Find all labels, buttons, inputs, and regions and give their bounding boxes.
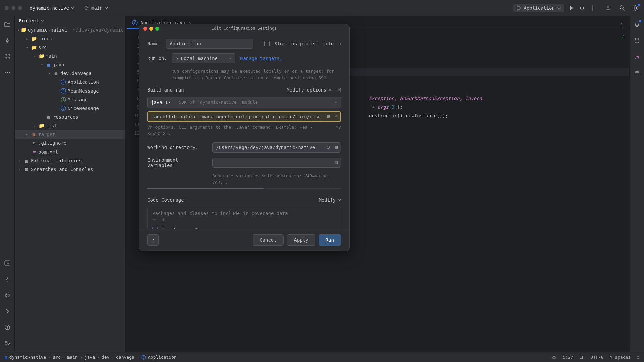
wd-history-icon[interactable]: ▤ bbox=[335, 144, 338, 149]
svg-text:C: C bbox=[62, 80, 64, 84]
breadcrumb-item[interactable]: src bbox=[53, 355, 60, 360]
tree-gitignore[interactable]: ⊘.gitignore bbox=[15, 139, 125, 147]
project-tool-icon[interactable] bbox=[4, 21, 11, 28]
breadcrumb-item[interactable]: dynamic-native bbox=[9, 355, 46, 360]
tree-meanmessage[interactable]: CMeanMessage bbox=[15, 86, 125, 95]
svg-point-36 bbox=[635, 71, 637, 73]
tree-resources[interactable]: ▦resources bbox=[15, 113, 125, 121]
collab-tool-icon[interactable] bbox=[633, 69, 641, 76]
tree-test[interactable]: ▸📁test bbox=[15, 121, 125, 130]
svg-point-11 bbox=[6, 40, 8, 42]
status-lock-icon[interactable] bbox=[552, 355, 556, 360]
project-tree: ▾📁dynamic-native ~/dev/java/dynamic ▸📁.i… bbox=[15, 25, 125, 352]
modify-options[interactable]: Modify options ⌥M bbox=[287, 87, 341, 93]
tree-main[interactable]: ▾📁main bbox=[15, 52, 125, 60]
vcs-branch[interactable]: main bbox=[81, 4, 111, 12]
svg-point-10 bbox=[635, 7, 637, 9]
notifications-icon[interactable] bbox=[633, 21, 641, 28]
svg-point-7 bbox=[592, 9, 593, 10]
env-hint: Separate variables with semicolon: VAR=v… bbox=[212, 173, 341, 186]
tree-message[interactable]: IMessage bbox=[15, 95, 125, 104]
env-edit-icon[interactable]: ▤ bbox=[335, 160, 338, 165]
run-configuration-selector[interactable]: Application bbox=[513, 4, 564, 12]
tree-nicemessage[interactable]: CNiceMessage bbox=[15, 104, 125, 113]
vcs-tool-icon[interactable] bbox=[4, 340, 11, 347]
database-tool-icon[interactable] bbox=[633, 37, 641, 44]
services-tool-icon[interactable] bbox=[4, 276, 11, 283]
svg-rect-15 bbox=[8, 57, 10, 59]
status-read-icon[interactable]: ☐ bbox=[637, 355, 639, 360]
tree-pkg[interactable]: ▾▦dev.danvega bbox=[15, 69, 125, 78]
breadcrumb-item[interactable]: dev bbox=[102, 355, 109, 360]
browse-dir-icon[interactable]: ▢ bbox=[327, 144, 330, 149]
maven-tool-icon[interactable]: m bbox=[633, 53, 641, 60]
svg-text:C: C bbox=[134, 21, 136, 25]
project-name: dynamic-native bbox=[30, 5, 69, 11]
env-input[interactable] bbox=[212, 158, 341, 168]
debug-button[interactable] bbox=[578, 4, 586, 12]
project-selector[interactable]: dynamic-native bbox=[30, 5, 74, 11]
apply-button[interactable]: Apply bbox=[287, 234, 315, 246]
vm-options-input[interactable] bbox=[147, 111, 341, 122]
run-button-dialog[interactable]: Run bbox=[319, 234, 341, 246]
more-actions[interactable] bbox=[589, 4, 596, 12]
tree-scratches[interactable]: ▸▥Scratches and Consoles bbox=[15, 165, 125, 174]
search-everywhere-icon[interactable] bbox=[619, 4, 626, 12]
svg-rect-12 bbox=[5, 54, 7, 56]
code-with-me-icon[interactable] bbox=[605, 4, 612, 12]
dialog-title: Edit Configuration Settings bbox=[211, 26, 277, 31]
project-panel-header[interactable]: Project bbox=[15, 16, 125, 25]
run-on-select[interactable]: ⌂ Local machine ▾ bbox=[172, 53, 235, 63]
vm-expand-icon[interactable]: ⤢ bbox=[334, 113, 338, 118]
project-panel: Project ▾📁dynamic-native ~/dev/java/dyna… bbox=[15, 16, 125, 352]
vm-history-icon[interactable]: ▤ bbox=[327, 113, 330, 118]
tree-ext-lib[interactable]: ▸▥External Libraries bbox=[15, 156, 125, 165]
caret-position[interactable]: 5:27 bbox=[562, 355, 573, 360]
svg-point-22 bbox=[5, 341, 7, 343]
coverage-modify[interactable]: Modify bbox=[319, 197, 341, 203]
terminal-tool-icon[interactable] bbox=[4, 259, 11, 267]
coverage-add-icon[interactable]: + bbox=[162, 216, 166, 223]
svg-point-8 bbox=[607, 6, 609, 8]
working-dir-input[interactable] bbox=[212, 142, 341, 153]
coverage-remove-icon[interactable]: − bbox=[152, 216, 156, 223]
window-controls[interactable] bbox=[5, 6, 22, 10]
horizontal-scrollbar[interactable] bbox=[147, 188, 341, 189]
tab-more-icon[interactable]: ⋮ bbox=[619, 22, 629, 29]
breadcrumb-item[interactable]: Application bbox=[148, 355, 177, 360]
jdk-select[interactable]: java 17 SDK of 'dynamic-native' module ▾ bbox=[147, 97, 341, 108]
tree-java[interactable]: ▾▦java bbox=[15, 60, 125, 69]
left-toolwindow-bar bbox=[0, 16, 15, 352]
tree-root-label: dynamic-native bbox=[28, 27, 67, 33]
manage-targets-link[interactable]: Manage targets… bbox=[240, 56, 282, 61]
name-input[interactable] bbox=[166, 39, 253, 49]
settings-icon[interactable] bbox=[632, 4, 639, 12]
run-button[interactable] bbox=[568, 4, 575, 12]
breadcrumb-item[interactable]: main bbox=[67, 355, 78, 360]
structure-tool-icon[interactable] bbox=[4, 53, 11, 60]
store-checkbox[interactable] bbox=[264, 41, 270, 46]
line-separator[interactable]: LF bbox=[579, 355, 585, 360]
build-tool-icon[interactable] bbox=[4, 292, 11, 299]
tree-pom[interactable]: mpom.xml bbox=[15, 147, 125, 156]
tree-root[interactable]: ▾📁dynamic-native ~/dev/java/dynamic bbox=[15, 25, 125, 34]
dialog-window-controls[interactable] bbox=[143, 27, 159, 31]
svg-point-17 bbox=[7, 72, 8, 73]
breadcrumb-item[interactable]: danvega bbox=[116, 355, 135, 360]
help-button[interactable]: ? bbox=[147, 234, 159, 246]
more-tools-icon[interactable] bbox=[4, 69, 11, 76]
store-settings-icon[interactable]: ⚙ bbox=[338, 41, 341, 46]
problems-tool-icon[interactable] bbox=[4, 324, 11, 331]
inspection-ok-icon[interactable]: ✓ bbox=[621, 33, 625, 39]
breadcrumb-item[interactable]: java bbox=[85, 355, 95, 360]
indent[interactable]: 4 spaces bbox=[610, 355, 631, 360]
commit-tool-icon[interactable] bbox=[4, 37, 11, 44]
dialog-titlebar[interactable]: Edit Configuration Settings bbox=[139, 24, 349, 33]
tree-idea[interactable]: ▸📁.idea bbox=[15, 34, 125, 43]
run-tool-icon[interactable] bbox=[4, 308, 11, 315]
tree-target[interactable]: ▸▦target bbox=[15, 130, 125, 139]
tree-application[interactable]: CApplication bbox=[15, 78, 125, 86]
cancel-button[interactable]: Cancel bbox=[253, 234, 284, 246]
encoding[interactable]: UTF-8 bbox=[590, 355, 603, 360]
tree-src[interactable]: ▾📁src bbox=[15, 43, 125, 52]
